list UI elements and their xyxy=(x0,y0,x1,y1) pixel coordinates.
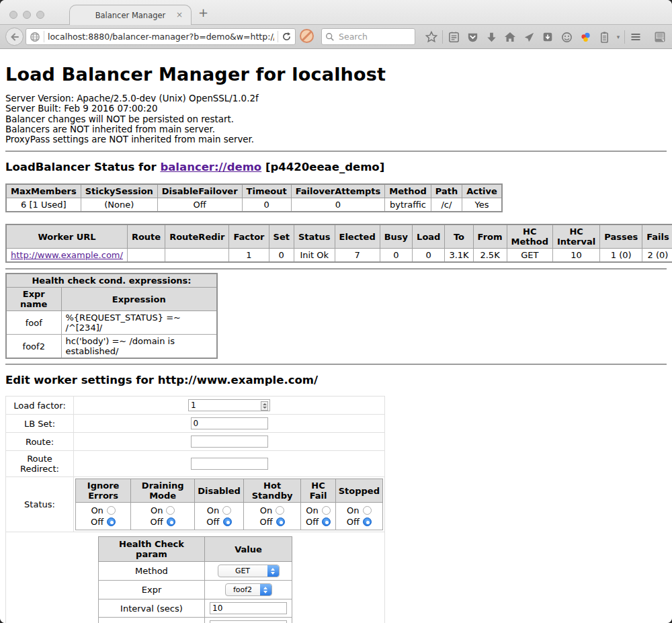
color-dots-icon[interactable] xyxy=(576,29,595,45)
reload-icon[interactable] xyxy=(282,32,292,42)
route-input[interactable] xyxy=(191,435,268,448)
cell: 0 xyxy=(242,198,291,212)
cell: 0 xyxy=(413,249,445,263)
window-controls[interactable] xyxy=(9,11,44,19)
interval-label: Interval (secs) xyxy=(99,599,205,618)
pocket-icon[interactable] xyxy=(463,29,482,45)
download-icon[interactable] xyxy=(482,29,501,45)
radio-off-button[interactable] xyxy=(107,517,116,526)
on-label: On xyxy=(151,505,163,516)
worker-url-link[interactable]: http://www.example.com/ xyxy=(11,250,123,260)
url-bar[interactable]: localhost:8880/balancer-manager?b=demo&w… xyxy=(26,28,296,45)
radio-on-button[interactable] xyxy=(222,506,231,515)
reading-list-icon[interactable] xyxy=(444,29,463,45)
persist-note-line: Balancer changes will NOT be persisted o… xyxy=(5,114,667,124)
balancer-demo-link[interactable]: balancer://demo xyxy=(160,161,261,173)
tab-balancer-manager[interactable]: Balancer Manager × xyxy=(69,5,192,25)
table-header-row: Health Check param Value xyxy=(99,537,292,562)
col-header: StickySession xyxy=(81,184,157,198)
col-header: Worker URL xyxy=(6,224,127,249)
minimize-window-button[interactable] xyxy=(23,11,31,19)
on-label: On xyxy=(260,505,272,516)
cell: 0 xyxy=(380,249,412,263)
page-content: Load Balancer Manager for localhost Serv… xyxy=(0,49,672,623)
lb-set-label: LB Set: xyxy=(6,415,74,433)
table-header-row: Ignore Errors Draining Mode Disabled Hot… xyxy=(76,479,383,503)
tab-bar: Balancer Manager × + xyxy=(0,0,672,25)
site-identity-globe-icon[interactable] xyxy=(30,32,40,42)
radio-off-button[interactable] xyxy=(223,517,232,526)
hc-expr-title: Health check cond. expressions: xyxy=(6,274,217,288)
radio-on-button[interactable] xyxy=(107,506,116,515)
heading-prefix: LoadBalancer Status for xyxy=(5,161,160,173)
col-header: From xyxy=(473,224,507,249)
cell: Init Ok xyxy=(294,249,335,263)
radio-off-button[interactable] xyxy=(167,517,175,526)
route-redirect-input[interactable] xyxy=(191,458,268,470)
load-factor-cell xyxy=(74,397,385,415)
close-window-button[interactable] xyxy=(9,11,17,19)
status-radio-cell: On Off xyxy=(243,503,301,530)
col-header: Elected xyxy=(335,224,380,249)
cell: hc('body') =~ /domain is established/ xyxy=(61,335,217,359)
form-row: LB Set: xyxy=(6,415,385,433)
radio-off-button[interactable] xyxy=(363,517,372,526)
off-label: Off xyxy=(206,516,219,528)
radio-on-button[interactable] xyxy=(322,506,331,515)
bookmark-star-icon[interactable] xyxy=(422,29,441,45)
url-divider xyxy=(44,31,44,42)
col-header: HC Interval xyxy=(552,224,599,249)
load-factor-input[interactable] xyxy=(188,399,270,411)
interval-input[interactable] xyxy=(210,602,287,614)
cell: 1 xyxy=(229,249,269,263)
col-header: Set xyxy=(269,224,294,249)
cell: %{REQUEST_STATUS} =~ /^[234]/ xyxy=(61,311,217,335)
method-select-value: GET xyxy=(218,567,267,575)
off-label: Off xyxy=(347,516,360,528)
search-input[interactable] xyxy=(337,31,411,42)
cell: 6 [1 Used] xyxy=(6,198,81,212)
passes-input[interactable] xyxy=(210,620,287,623)
radio-on-button[interactable] xyxy=(276,506,284,515)
blocked-content-icon[interactable] xyxy=(300,29,314,43)
table-title-row: Health check cond. expressions: xyxy=(6,274,217,288)
cell: foof xyxy=(6,311,61,335)
lb-set-input[interactable] xyxy=(191,417,268,429)
tab-close-icon[interactable]: × xyxy=(176,10,183,19)
expr-cell: foof2 xyxy=(205,581,292,599)
home-icon[interactable] xyxy=(501,29,519,45)
grid-panel-icon[interactable] xyxy=(650,29,669,45)
back-button[interactable] xyxy=(5,28,24,46)
save-to-device-icon[interactable] xyxy=(538,29,557,45)
radio-on-button[interactable] xyxy=(363,506,372,515)
method-select[interactable]: GET xyxy=(218,565,280,577)
zoom-window-button[interactable] xyxy=(36,11,44,19)
col-header: FailoverAttempts xyxy=(291,184,385,198)
cell: 0 xyxy=(269,249,294,263)
send-icon[interactable] xyxy=(519,29,538,45)
hc-param-table: Health Check param Value Method GET Expr xyxy=(98,536,292,623)
status-cell: Ignore Errors Draining Mode Disabled Hot… xyxy=(74,477,385,532)
smiley-icon[interactable] xyxy=(557,29,576,45)
expr-select[interactable]: foof2 xyxy=(225,583,272,596)
col-header: Busy xyxy=(380,224,412,249)
menu-hamburger-icon[interactable] xyxy=(626,29,645,45)
form-row: Expr foof2 xyxy=(99,581,292,599)
table-header-row: Worker URL Route RouteRedir Factor Set S… xyxy=(6,224,672,249)
off-label: Off xyxy=(306,516,319,528)
new-tab-button[interactable]: + xyxy=(198,5,208,19)
radio-off-button[interactable] xyxy=(322,517,331,526)
cell: 1 (0) xyxy=(600,249,642,263)
search-bar[interactable] xyxy=(321,28,415,45)
col-header: Stopped xyxy=(335,479,382,503)
radio-on-button[interactable] xyxy=(166,506,175,515)
number-stepper-icon[interactable] xyxy=(261,401,268,411)
url-input[interactable]: localhost:8880/balancer-manager?b=demo&w… xyxy=(48,32,274,42)
off-label: Off xyxy=(91,516,103,528)
route-cell xyxy=(74,433,385,451)
status-table: Ignore Errors Draining Mode Disabled Hot… xyxy=(75,479,383,530)
overflow-caret-icon[interactable]: ▾ xyxy=(614,34,623,40)
clipboard-icon[interactable] xyxy=(595,29,614,45)
cell: GET xyxy=(507,249,552,263)
radio-off-button[interactable] xyxy=(276,517,285,526)
